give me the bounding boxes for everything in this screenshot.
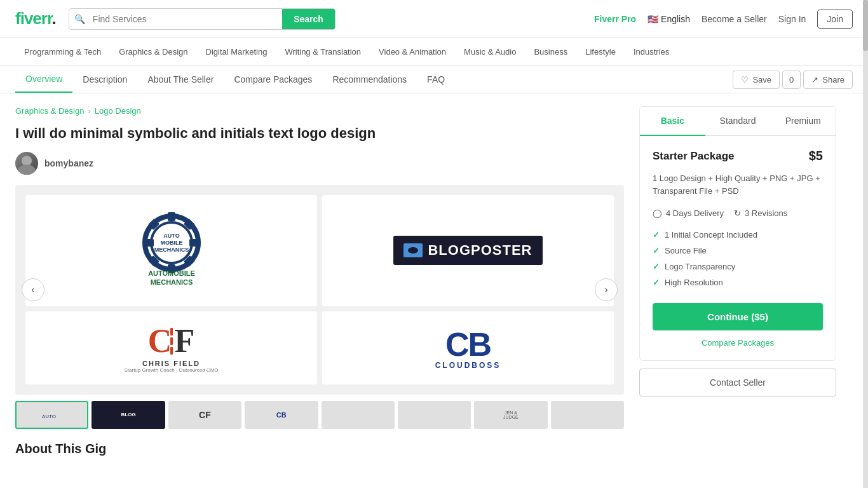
scrollbar[interactable] [863, 0, 868, 469]
join-button[interactable]: Join [817, 10, 853, 29]
check-icon-3: ✓ [653, 262, 660, 271]
logo[interactable]: fiverr. [15, 9, 56, 29]
svg-text:MECHANICS: MECHANICS [150, 278, 193, 286]
feature-2: ✓ Source File [653, 243, 823, 259]
package-features: ✓ 1 Initial Concept Included ✓ Source Fi… [653, 227, 823, 290]
svg-text:MECHANICS: MECHANICS [154, 247, 189, 253]
avatar[interactable] [15, 152, 38, 175]
package-meta: ◯ 4 Days Delivery ↻ 3 Revisions [653, 208, 823, 218]
check-icon-4: ✓ [653, 278, 660, 287]
save-button[interactable]: ♡ Save [733, 71, 780, 89]
search-bar: 🔍 Search [69, 8, 336, 30]
gallery-main: AUTO MOBILE MECHANICS AUTOMOBILE MECHANI… [15, 185, 624, 395]
search-icon: 🔍 [69, 9, 90, 29]
feature-4: ✓ High Resolution [653, 274, 823, 290]
scrollbar-thumb[interactable] [863, 0, 868, 51]
seller-name[interactable]: bomybanez [44, 158, 93, 168]
refresh-icon: ↻ [734, 208, 741, 218]
nav-item-writing-translation[interactable]: Writing & Translation [276, 38, 370, 66]
logo-sample-3: C F CHRIS FIELD Startup Growth Coach · O… [25, 311, 317, 384]
search-input[interactable] [90, 9, 282, 29]
feature-label-3: Logo Transparency [665, 262, 735, 271]
thumbnail-7[interactable]: JEN &JUDGE [474, 401, 547, 429]
share-icon: ↗ [811, 75, 818, 85]
language-selector[interactable]: 🇺🇸 English [648, 14, 690, 24]
package-price: $5 [809, 149, 823, 163]
nav-item-programming-tech[interactable]: Programming & Tech [15, 38, 110, 66]
nav-item-digital-marketing[interactable]: Digital Marketing [197, 38, 276, 66]
nav-item-industries[interactable]: Industries [625, 38, 678, 66]
gallery: AUTO MOBILE MECHANICS AUTOMOBILE MECHANI… [15, 185, 624, 395]
save-count: 0 [782, 71, 801, 89]
feature-label-4: High Resolution [665, 278, 723, 287]
contact-seller-button[interactable]: Contact Seller [639, 369, 836, 396]
language-label: English [661, 14, 690, 24]
main-content: Graphics & Design › Logo Design I will d… [0, 93, 851, 469]
tab-basic[interactable]: Basic [640, 107, 705, 136]
package-description: 1 Logo Design + High Quality + PNG + JPG… [653, 172, 823, 197]
about-gig-heading: About This Gig [15, 442, 624, 456]
check-icon-1: ✓ [653, 230, 660, 240]
thumbnail-3[interactable]: CF [168, 401, 241, 429]
nav-item-lifestyle[interactable]: Lifestyle [576, 38, 625, 66]
logo-sample-4: CB CLOUDBOSS [322, 311, 614, 384]
tab-description[interactable]: Description [72, 67, 137, 92]
thumbnail-1[interactable]: AUTO [15, 401, 88, 429]
become-seller-link[interactable]: Become a Seller [702, 14, 767, 24]
thumbnail-5[interactable] [322, 401, 395, 429]
breadcrumb: Graphics & Design › Logo Design [15, 106, 624, 116]
breadcrumb-parent[interactable]: Graphics & Design [15, 106, 84, 116]
nav-item-business[interactable]: Business [525, 38, 576, 66]
gallery-next-button[interactable]: › [595, 278, 618, 301]
tab-faq[interactable]: FAQ [417, 67, 455, 92]
thumbnail-6[interactable] [398, 401, 471, 429]
save-label: Save [752, 75, 771, 85]
svg-text:MOBILE: MOBILE [160, 240, 182, 246]
tab-recommendations[interactable]: Recommendations [322, 67, 417, 92]
share-button[interactable]: ↗ Share [803, 71, 853, 89]
header: fiverr. 🔍 Search Fiverr Pro 🇺🇸 English B… [0, 0, 868, 38]
thumbnail-8[interactable] [551, 401, 624, 429]
nav-item-video-animation[interactable]: Video & Animation [370, 38, 455, 66]
thumbnail-2[interactable]: BLOG [92, 401, 165, 429]
heart-icon: ♡ [741, 75, 749, 85]
sub-nav-actions: ♡ Save 0 ↗ Share [733, 71, 853, 89]
tab-premium[interactable]: Premium [770, 107, 836, 136]
compare-packages-link[interactable]: Compare Packages [653, 338, 823, 348]
nav-item-graphics-design[interactable]: Graphics & Design [110, 38, 196, 66]
breadcrumb-child[interactable]: Logo Design [95, 106, 141, 116]
svg-rect-4 [168, 212, 175, 221]
delivery-label: 4 Days Delivery [666, 208, 724, 218]
continue-button[interactable]: Continue ($5) [653, 303, 823, 330]
clock-icon: ◯ [653, 208, 662, 218]
category-nav: Programming & Tech Graphics & Design Dig… [0, 38, 868, 66]
tab-overview[interactable]: Overview [15, 66, 72, 93]
package-header-row: Starter Package $5 [653, 149, 823, 163]
tab-about-seller[interactable]: About The Seller [137, 67, 224, 92]
feature-label-2: Source File [665, 246, 707, 255]
feature-1: ✓ 1 Initial Concept Included [653, 227, 823, 243]
thumbnail-4[interactable]: CB [245, 401, 318, 429]
revisions-meta: ↻ 3 Revisions [734, 208, 787, 218]
check-icon-2: ✓ [653, 246, 660, 255]
sign-in-link[interactable]: Sign In [778, 14, 806, 24]
seller-row: bomybanez [15, 152, 624, 175]
svg-rect-7 [189, 239, 198, 247]
package-body: Starter Package $5 1 Logo Design + High … [640, 136, 836, 360]
delivery-meta: ◯ 4 Days Delivery [653, 208, 724, 218]
left-column: Graphics & Design › Logo Design I will d… [15, 106, 624, 456]
svg-point-1 [18, 165, 36, 175]
search-button[interactable]: Search [282, 9, 335, 29]
package-name: Starter Package [653, 150, 735, 163]
flag-icon: 🇺🇸 [648, 14, 658, 24]
tab-compare-packages[interactable]: Compare Packages [224, 67, 322, 92]
fiverr-pro-link[interactable]: Fiverr Pro [594, 14, 636, 24]
gallery-prev-button[interactable]: ‹ [22, 278, 44, 301]
nav-item-music-audio[interactable]: Music & Audio [455, 38, 525, 66]
svg-rect-6 [145, 239, 154, 247]
svg-text:AUTO: AUTO [163, 233, 179, 239]
svg-text:AUTOMOBILE: AUTOMOBILE [148, 269, 195, 277]
gig-title: I will do minimal symbolic and initials … [15, 125, 624, 143]
logo-sample-2: BLOGPOSTER [322, 195, 614, 306]
tab-standard[interactable]: Standard [705, 107, 771, 136]
